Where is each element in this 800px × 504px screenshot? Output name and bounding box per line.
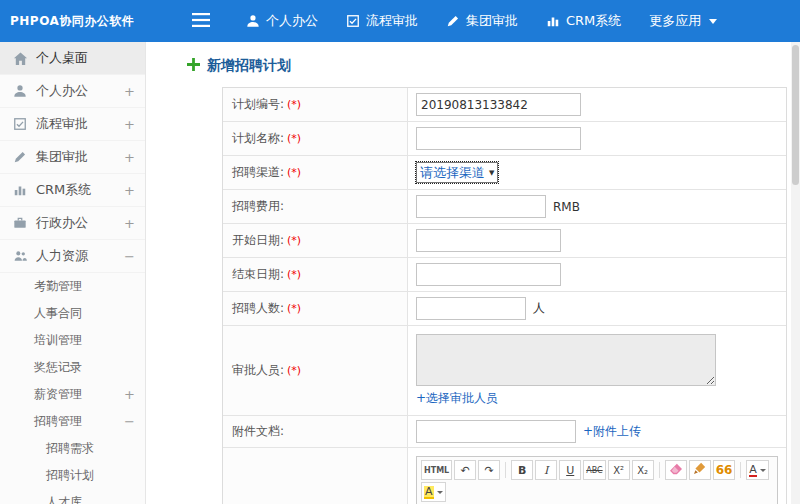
form-row-headcount: 招聘人数: (*) 人	[223, 292, 786, 326]
headcount-input[interactable]	[416, 297, 526, 320]
sidebar-item-group-approval[interactable]: 集团审批 +	[0, 141, 145, 174]
sidebar-item-human-resources[interactable]: 人力资源 −	[0, 240, 145, 273]
highlight-color-button[interactable]: A	[421, 482, 446, 502]
end-date-input[interactable]	[416, 263, 561, 286]
form-row-approver: 审批人员: (*) +选择审批人员	[223, 326, 786, 416]
choose-approver-link[interactable]: +选择审批人员	[416, 390, 498, 407]
people-icon	[12, 248, 28, 264]
bar-chart-icon	[546, 14, 560, 28]
superscript-button[interactable]: X²	[608, 460, 630, 480]
fee-input[interactable]	[416, 195, 546, 218]
remove-format-button[interactable]	[665, 460, 687, 480]
collapse-toggle[interactable]: −	[124, 249, 135, 264]
home-icon	[12, 50, 28, 66]
required-mark: (*)	[287, 364, 301, 377]
nav-label: 集团审批	[466, 12, 518, 30]
required-mark: (*)	[287, 166, 301, 179]
required-mark: (*)	[287, 98, 301, 111]
paint-brush-icon	[693, 462, 706, 478]
expand-toggle[interactable]: +	[124, 183, 135, 198]
upload-attachment-link[interactable]: +附件上传	[583, 423, 641, 440]
sidebar-item-label: 招聘需求	[46, 440, 94, 457]
main-content: 新增招聘计划 计划编号: (*) 计划名称: (*) 招聘渠道: (*)	[147, 42, 791, 504]
form-row-end-date: 结束日期: (*)	[223, 258, 786, 292]
font-color-button[interactable]: A	[746, 460, 769, 480]
nav-workflow-approval[interactable]: 流程审批	[332, 0, 432, 42]
sidebar-item-talent-pool[interactable]: 人才库	[0, 489, 145, 504]
sidebar-item-recruit-mgmt[interactable]: 招聘管理 −	[0, 408, 145, 435]
nav-label: 个人办公	[266, 12, 318, 30]
channel-select[interactable]: 请选择渠道	[416, 162, 498, 183]
blockquote-button[interactable]: 66	[713, 460, 736, 480]
caret-down-icon	[437, 491, 443, 494]
sidebar-item-label: 培训管理	[34, 332, 82, 349]
scrollbar-thumb[interactable]	[792, 45, 799, 185]
field-label: 附件文档:	[223, 416, 408, 447]
form-row-plan-name: 计划名称: (*)	[223, 122, 786, 156]
sidebar-item-crm-system[interactable]: CRM系统 +	[0, 174, 145, 207]
toolbar-separator	[740, 462, 741, 478]
sidebar-item-label: 流程审批	[36, 115, 88, 133]
nav-more-apps[interactable]: 更多应用	[635, 0, 731, 42]
sidebar-item-rewards[interactable]: 奖惩记录	[0, 354, 145, 381]
required-mark: (*)	[287, 234, 301, 247]
page-header: 新增招聘计划	[187, 56, 791, 75]
redo-button[interactable]: ↷	[478, 460, 500, 480]
sidebar-item-admin-office[interactable]: 行政办公 +	[0, 207, 145, 240]
sidebar-item-hr-contract[interactable]: 人事合同	[0, 300, 145, 327]
briefcase-icon	[12, 215, 28, 231]
approver-textarea[interactable]	[416, 334, 716, 386]
sidebar-item-attendance[interactable]: 考勤管理	[0, 273, 145, 300]
required-mark: (*)	[287, 268, 301, 281]
html-source-button[interactable]: HTML	[421, 460, 452, 480]
sidebar-item-salary[interactable]: 薪资管理 +	[0, 381, 145, 408]
bold-button[interactable]: B	[511, 460, 533, 480]
strikethrough-button[interactable]: ABC	[583, 460, 605, 480]
nav-personal-office[interactable]: 个人办公	[232, 0, 332, 42]
fee-unit-label: RMB	[553, 200, 580, 214]
toolbar-separator	[659, 462, 660, 478]
undo-button[interactable]: ↶	[454, 460, 476, 480]
sidebar-item-label: 人事合同	[34, 305, 82, 322]
nav-crm-system[interactable]: CRM系统	[532, 0, 635, 42]
checklist-icon	[346, 14, 360, 28]
form-row-plan-no: 计划编号: (*)	[223, 88, 786, 122]
sidebar-item-label: 招聘计划	[46, 467, 94, 484]
plus-icon	[187, 56, 200, 75]
sidebar-item-recruit-plan[interactable]: 招聘计划	[0, 462, 145, 489]
menu-toggle-button[interactable]	[192, 12, 210, 31]
sidebar-item-workflow-approval[interactable]: 流程审批 +	[0, 108, 145, 141]
attachment-input[interactable]	[416, 420, 576, 443]
sidebar-item-training[interactable]: 培训管理	[0, 327, 145, 354]
headcount-unit-label: 人	[533, 300, 545, 317]
sidebar-item-personal-office[interactable]: 个人办公 +	[0, 75, 145, 108]
start-date-input[interactable]	[416, 229, 561, 252]
sidebar-item-label: 个人办公	[36, 82, 88, 100]
plan-no-input[interactable]	[416, 93, 581, 116]
collapse-toggle[interactable]: −	[124, 414, 135, 429]
subscript-button[interactable]: X₂	[632, 460, 654, 480]
expand-toggle[interactable]: +	[124, 150, 135, 165]
italic-button[interactable]: I	[535, 460, 557, 480]
sidebar-item-recruit-demand[interactable]: 招聘需求	[0, 435, 145, 462]
top-nav: 个人办公 流程审批 集团审批 CRM系统 更多应用	[232, 0, 731, 42]
topbar: PHPOA协同办公软件 个人办公 流程审批 集团审批 CRM系统 更多应用	[0, 0, 800, 42]
form-row-start-date: 开始日期: (*)	[223, 224, 786, 258]
expand-toggle[interactable]: +	[124, 117, 135, 132]
form-row-channel: 招聘渠道: (*) 请选择渠道	[223, 156, 786, 190]
sidebar-item-personal-desktop[interactable]: 个人桌面	[0, 42, 145, 75]
nav-group-approval[interactable]: 集团审批	[432, 0, 532, 42]
channel-selected-value: 请选择渠道	[420, 164, 485, 182]
expand-toggle[interactable]: +	[124, 84, 135, 99]
expand-toggle[interactable]: +	[124, 387, 135, 402]
field-label	[223, 448, 408, 504]
underline-button[interactable]: U	[559, 460, 581, 480]
field-label: 计划编号: (*)	[223, 88, 408, 121]
plan-name-input[interactable]	[416, 127, 581, 150]
field-label: 计划名称: (*)	[223, 122, 408, 155]
app-logo: PHPOA协同办公软件	[0, 13, 150, 30]
expand-toggle[interactable]: +	[124, 216, 135, 231]
nav-label: CRM系统	[566, 12, 621, 30]
paint-format-button[interactable]	[689, 460, 711, 480]
sidebar-item-label: 集团审批	[36, 148, 88, 166]
